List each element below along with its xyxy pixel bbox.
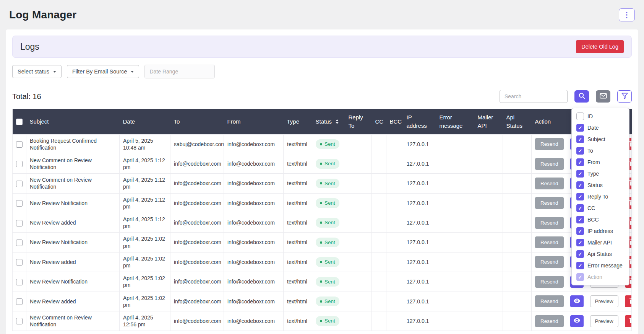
column-menu-item[interactable]: Subject bbox=[572, 134, 629, 145]
header-mailer-api[interactable]: Mailer API bbox=[474, 109, 503, 134]
row-checkbox[interactable] bbox=[16, 318, 23, 324]
column-checkbox[interactable] bbox=[576, 239, 584, 246]
resend-button[interactable]: Resend bbox=[535, 158, 564, 170]
column-menu-item[interactable]: Type bbox=[572, 168, 629, 179]
column-label: To bbox=[587, 148, 593, 154]
date-range-input[interactable] bbox=[144, 65, 215, 78]
resend-button[interactable]: Resend bbox=[535, 217, 564, 229]
header-status[interactable]: Status bbox=[312, 109, 345, 134]
header-bcc[interactable]: BCC bbox=[386, 109, 403, 134]
column-checkbox[interactable] bbox=[576, 181, 584, 189]
column-checkbox[interactable] bbox=[576, 147, 584, 155]
cell-ip-address: 127.0.0.1 bbox=[403, 193, 436, 213]
column-menu-item[interactable]: IP address bbox=[572, 225, 629, 237]
column-checkbox[interactable] bbox=[576, 112, 584, 120]
header-cc[interactable]: CC bbox=[372, 109, 386, 134]
bulk-resend-button[interactable] bbox=[596, 90, 610, 103]
cell-bcc bbox=[386, 174, 403, 193]
header-error-message[interactable]: Error message bbox=[436, 109, 474, 134]
row-checkbox[interactable] bbox=[16, 161, 23, 167]
preview-button[interactable]: Preview bbox=[590, 315, 618, 327]
column-checkbox[interactable] bbox=[576, 193, 584, 200]
resend-button[interactable]: Resend bbox=[535, 236, 564, 248]
cell-cc bbox=[372, 134, 386, 154]
column-menu-item[interactable]: CC bbox=[572, 202, 629, 214]
row-checkbox[interactable] bbox=[16, 298, 23, 305]
resend-button[interactable]: Resend bbox=[535, 197, 564, 209]
delete-log-button[interactable] bbox=[625, 315, 632, 327]
cell-error-message bbox=[436, 154, 474, 173]
column-menu-item[interactable]: Action bbox=[572, 271, 629, 283]
cell-subject: New Comment on Review Notification bbox=[26, 154, 120, 173]
column-filter-button[interactable] bbox=[617, 90, 632, 103]
status-badge-label: Sent bbox=[324, 259, 335, 266]
header-type[interactable]: Type bbox=[284, 109, 312, 134]
row-checkbox[interactable] bbox=[16, 240, 23, 246]
status-filter-dropdown[interactable]: Select status bbox=[12, 65, 62, 78]
row-checkbox[interactable] bbox=[16, 220, 23, 226]
status-dot-icon bbox=[320, 143, 322, 145]
column-checkbox[interactable] bbox=[576, 204, 584, 212]
column-checkbox[interactable] bbox=[576, 227, 584, 235]
kebab-menu-button[interactable]: ⋮ bbox=[619, 8, 635, 21]
column-menu-item[interactable]: Mailer API bbox=[572, 237, 629, 248]
header-reply-to[interactable]: Reply To bbox=[345, 109, 372, 134]
resend-button[interactable]: Resend bbox=[535, 138, 564, 150]
header-api-status[interactable]: Api Status bbox=[503, 109, 532, 134]
search-button[interactable] bbox=[574, 90, 589, 103]
column-label: Error message bbox=[587, 262, 623, 269]
row-checkbox[interactable] bbox=[16, 200, 23, 207]
email-source-filter-dropdown[interactable]: Filter By Email Source bbox=[67, 65, 139, 78]
row-checkbox[interactable] bbox=[16, 141, 23, 148]
row-checkbox[interactable] bbox=[16, 259, 23, 266]
delete-log-button[interactable] bbox=[625, 295, 632, 307]
column-checkbox[interactable] bbox=[576, 158, 584, 166]
resend-button[interactable]: Resend bbox=[535, 256, 564, 268]
view-log-button[interactable] bbox=[570, 315, 584, 327]
column-menu-item[interactable]: Date bbox=[572, 122, 629, 134]
resend-button[interactable]: Resend bbox=[535, 295, 564, 307]
search-input[interactable] bbox=[500, 90, 568, 103]
view-log-button[interactable] bbox=[570, 295, 584, 307]
resend-button[interactable]: Resend bbox=[535, 178, 564, 189]
row-checkbox[interactable] bbox=[16, 279, 23, 285]
column-checkbox[interactable] bbox=[576, 216, 584, 223]
cell-from: info@codeboxr.com bbox=[224, 272, 284, 292]
column-menu-item[interactable]: BCC bbox=[572, 214, 629, 225]
resend-button[interactable]: Resend bbox=[535, 276, 564, 288]
column-checkbox[interactable] bbox=[576, 262, 584, 269]
column-menu-item[interactable]: To bbox=[572, 145, 629, 156]
header-date[interactable]: Date bbox=[120, 109, 170, 134]
column-menu-item[interactable]: Reply To bbox=[572, 191, 629, 202]
column-checkbox[interactable] bbox=[576, 135, 584, 143]
select-all-checkbox[interactable] bbox=[16, 119, 23, 125]
column-menu-item[interactable]: Error message bbox=[572, 260, 629, 271]
row-checkbox[interactable] bbox=[16, 181, 23, 187]
column-checkbox[interactable] bbox=[576, 273, 584, 281]
header-to[interactable]: To bbox=[170, 109, 224, 134]
column-menu-item[interactable]: ID bbox=[572, 111, 629, 122]
cell-action: Resend Preview bbox=[532, 292, 632, 311]
resend-button[interactable]: Resend bbox=[535, 315, 564, 327]
cell-from: info@codeboxr.com bbox=[224, 213, 284, 233]
header-from[interactable]: From bbox=[224, 109, 284, 134]
column-checkbox[interactable] bbox=[576, 250, 584, 258]
delete-old-log-button[interactable]: Delete Old Log bbox=[576, 40, 624, 53]
cell-date: April 4, 2025 1:12 pm bbox=[120, 213, 170, 233]
cell-api-status bbox=[503, 154, 532, 173]
column-menu-item[interactable]: From bbox=[572, 156, 629, 168]
column-checkbox[interactable] bbox=[576, 124, 584, 132]
bulk-resend-icon bbox=[600, 93, 607, 100]
header-ip-address[interactable]: IP address bbox=[403, 109, 436, 134]
table-toolbar bbox=[500, 90, 632, 103]
preview-button[interactable]: Preview bbox=[590, 295, 618, 307]
cell-bcc bbox=[386, 272, 403, 292]
column-menu-item[interactable]: Status bbox=[572, 179, 629, 191]
cell-reply-to bbox=[345, 311, 372, 331]
sort-icon[interactable] bbox=[336, 119, 339, 124]
status-badge-label: Sent bbox=[324, 239, 335, 246]
column-menu-item[interactable]: Api Status bbox=[572, 248, 629, 260]
column-checkbox[interactable] bbox=[576, 170, 584, 178]
header-subject[interactable]: Subject bbox=[26, 109, 120, 134]
cell-api-status bbox=[503, 193, 532, 213]
